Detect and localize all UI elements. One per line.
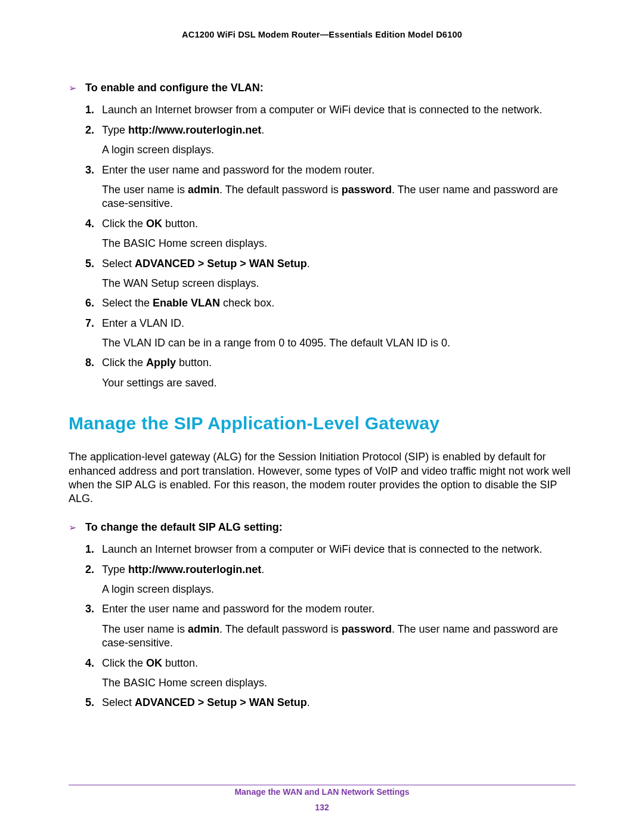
procedure-steps-vlan: 1. Launch an Internet browser from a com… <box>85 103 575 390</box>
step-text: Launch an Internet browser from a comput… <box>102 103 575 117</box>
page-content: ➢ To enable and configure the VLAN: 1. L… <box>69 39 575 710</box>
step: 7. Enter a VLAN ID. The VLAN ID can be i… <box>85 317 575 351</box>
step-text: Enter the user name and password for the… <box>102 602 575 616</box>
step-number: 1. <box>85 543 94 556</box>
step-text: Click the OK button. <box>102 657 575 670</box>
section-intro: The application-level gateway (ALG) for … <box>69 450 575 506</box>
step-number: 3. <box>85 163 94 177</box>
step: 4. Click the OK button. The BASIC Home s… <box>85 657 575 690</box>
step-text: Enter the user name and password for the… <box>102 163 575 177</box>
step-text: Launch an Internet browser from a comput… <box>102 543 575 556</box>
procedure-heading-vlan: ➢ To enable and configure the VLAN: <box>69 81 575 95</box>
step-text: Select ADVANCED > Setup > WAN Setup. <box>102 696 575 710</box>
section-heading-sip-alg: Manage the SIP Application-Level Gateway <box>69 411 575 435</box>
chevron-right-icon: ➢ <box>69 82 85 95</box>
step: 1. Launch an Internet browser from a com… <box>85 103 575 117</box>
step: 4. Click the OK button. The BASIC Home s… <box>85 217 575 251</box>
step: 5. Select ADVANCED > Setup > WAN Setup. <box>85 696 575 710</box>
step: 5. Select ADVANCED > Setup > WAN Setup. … <box>85 257 575 291</box>
step-text: Enter a VLAN ID. <box>102 317 575 330</box>
step-text: Select ADVANCED > Setup > WAN Setup. <box>102 257 575 271</box>
step-text: Click the OK button. <box>102 217 575 231</box>
step: 2. Type http://www.routerlogin.net. A lo… <box>85 563 575 597</box>
step: 3. Enter the user name and password for … <box>85 163 575 211</box>
procedure-title: To change the default SIP ALG setting: <box>85 521 283 534</box>
step-number: 7. <box>85 317 94 330</box>
separator <box>69 785 575 785</box>
step-text: Your settings are saved. <box>102 376 575 390</box>
step-text: The VLAN ID can be in a range from 0 to … <box>102 336 575 350</box>
step-number: 3. <box>85 602 94 616</box>
step-text: The WAN Setup screen displays. <box>102 277 575 290</box>
step-text: The user name is admin. The default pass… <box>102 183 575 211</box>
page-footer: Manage the WAN and LAN Network Settings … <box>0 787 644 812</box>
page-number: 132 <box>0 803 644 812</box>
step-text: The user name is admin. The default pass… <box>102 623 575 651</box>
document-header: AC1200 WiFi DSL Modem Router—Essentials … <box>69 30 575 39</box>
procedure-heading-sip: ➢ To change the default SIP ALG setting: <box>69 521 575 534</box>
step-text: Click the Apply button. <box>102 356 575 370</box>
step-text: Type http://www.routerlogin.net. <box>102 563 575 577</box>
step-number: 2. <box>85 123 94 137</box>
step-text: The BASIC Home screen displays. <box>102 676 575 690</box>
step-number: 8. <box>85 356 94 370</box>
step: 3. Enter the user name and password for … <box>85 602 575 650</box>
step-text: The BASIC Home screen displays. <box>102 237 575 250</box>
step-number: 2. <box>85 563 94 577</box>
step: 6. Select the Enable VLAN check box. <box>85 296 575 310</box>
step-number: 4. <box>85 217 94 231</box>
step-text: Type http://www.routerlogin.net. <box>102 123 575 137</box>
step-text: A login screen displays. <box>102 583 575 596</box>
step-number: 4. <box>85 657 94 670</box>
chevron-right-icon: ➢ <box>69 522 85 534</box>
page: AC1200 WiFi DSL Modem Router—Essentials … <box>0 0 644 833</box>
step: 2. Type http://www.routerlogin.net. A lo… <box>85 123 575 157</box>
footer-title: Manage the WAN and LAN Network Settings <box>0 787 644 797</box>
step-text: A login screen displays. <box>102 143 575 157</box>
step-number: 6. <box>85 296 94 310</box>
step: 1. Launch an Internet browser from a com… <box>85 543 575 556</box>
procedure-title: To enable and configure the VLAN: <box>85 81 264 95</box>
step: 8. Click the Apply button. Your settings… <box>85 356 575 390</box>
step-number: 5. <box>85 257 94 271</box>
step-text: Select the Enable VLAN check box. <box>102 296 575 310</box>
procedure-steps-sip: 1. Launch an Internet browser from a com… <box>85 543 575 710</box>
step-number: 1. <box>85 103 94 117</box>
step-number: 5. <box>85 696 94 710</box>
